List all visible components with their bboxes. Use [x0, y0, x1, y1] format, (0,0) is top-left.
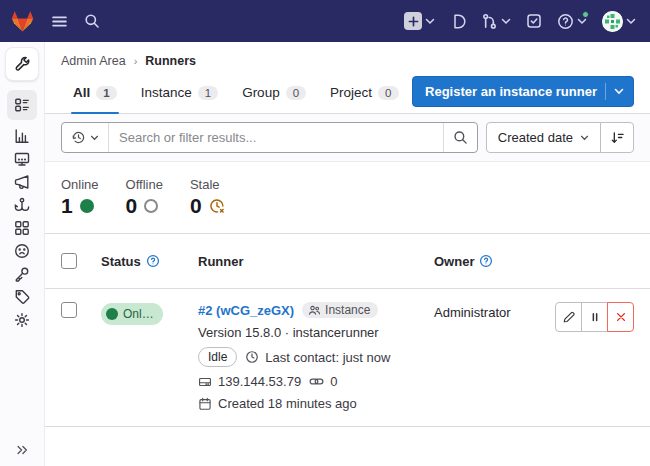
runner-ip: 139.144.53.79 [218, 374, 301, 389]
stat-online: Online 1 [61, 177, 99, 216]
megaphone-icon [14, 174, 30, 190]
hook-icon [14, 197, 30, 213]
avatar [602, 11, 623, 32]
sidebar-item-overview[interactable] [7, 90, 37, 120]
calendar-icon [198, 397, 212, 411]
chevron-down-icon [501, 18, 511, 25]
help-icon [557, 13, 574, 30]
instance-type-badge: Instance [302, 302, 378, 318]
button-divider [605, 83, 606, 100]
gitlab-logo-icon[interactable] [10, 9, 35, 33]
sidebar-item-applications[interactable] [7, 216, 37, 239]
stat-stale: Stale 0 [190, 177, 225, 216]
sidebar-item-credentials[interactable] [7, 262, 37, 285]
created-timestamp: Created 18 minutes ago [218, 396, 357, 411]
sort-by-dropdown[interactable]: Created date [486, 122, 601, 153]
sidebar-item-system-hooks[interactable] [7, 193, 37, 216]
search-filter-box[interactable] [61, 122, 478, 153]
tab-group[interactable]: Group 0 [230, 76, 318, 113]
search-history-dropdown[interactable] [62, 123, 109, 152]
gear-icon [14, 312, 30, 328]
pause-runner-button[interactable] [581, 302, 608, 332]
row-checkbox[interactable] [61, 302, 77, 318]
delete-runner-button[interactable] [607, 302, 634, 332]
online-dot-icon [80, 199, 94, 213]
help-menu-button[interactable] [557, 13, 587, 30]
tab-instance-count: 1 [198, 86, 218, 100]
hamburger-menu-icon[interactable] [51, 13, 68, 30]
runner-link[interactable]: #2 (wCG_zeGX) [198, 303, 294, 318]
stale-clock-icon [209, 198, 225, 214]
breadcrumb-separator: › [134, 55, 138, 67]
sidebar-item-monitoring[interactable] [7, 147, 37, 170]
key-icon [14, 266, 30, 282]
tab-all-count: 1 [96, 86, 116, 100]
sidebar-collapse-button[interactable] [15, 443, 29, 457]
runner-summary-cell: #2 (wCG_zeGX) Instance Version 15.8.0 · … [198, 302, 434, 411]
sidebar-item-messages[interactable] [7, 170, 37, 193]
edit-runner-button[interactable] [555, 302, 582, 332]
search-icon[interactable] [84, 13, 100, 29]
disk-icon [198, 375, 212, 389]
todos-icon[interactable] [526, 13, 542, 29]
runner-actions [546, 302, 634, 332]
sidebar-item-settings[interactable] [7, 308, 37, 331]
merge-requests-button[interactable] [481, 13, 511, 30]
main-content: Admin Area › Runners All 1 Instance 1 Gr… [45, 42, 650, 466]
filter-bar: Created date [45, 114, 650, 162]
top-navbar [0, 0, 650, 42]
sidebar-item-analytics[interactable] [7, 124, 37, 147]
chevron-down-icon [425, 18, 435, 25]
sidebar-item-abuse-reports[interactable] [7, 239, 37, 262]
select-all-checkbox[interactable] [61, 253, 77, 269]
stat-offline: Offline 0 [126, 177, 163, 216]
wrench-icon [14, 56, 31, 73]
last-contact: Last contact: just now [265, 350, 390, 365]
runners-table-header: Status Runner Owner [45, 234, 650, 289]
abuse-face-icon [14, 243, 30, 259]
question-circle-icon[interactable] [479, 254, 493, 268]
link-icon [309, 374, 324, 389]
pause-icon [589, 311, 601, 323]
status-badge: Online [101, 303, 163, 325]
tab-instance[interactable]: Instance 1 [129, 76, 230, 113]
sort-descending-icon [610, 130, 625, 145]
register-instance-runner-button[interactable]: Register an instance runner [412, 76, 634, 107]
owner-cell: Administrator [434, 302, 546, 320]
analytics-icon [14, 128, 30, 144]
monitor-icon [14, 151, 30, 167]
breadcrumb-runners: Runners [145, 54, 196, 68]
breadcrumb-admin-area[interactable]: Admin Area [61, 54, 126, 68]
tab-project[interactable]: Project 0 [318, 76, 410, 113]
user-menu-button[interactable] [602, 11, 636, 32]
notification-dot [582, 11, 589, 18]
plus-icon [404, 12, 422, 30]
chevron-down-icon [577, 18, 587, 25]
offline-count: 0 [126, 195, 138, 216]
sidebar-item-admin-area[interactable] [5, 47, 39, 81]
breadcrumb: Admin Area › Runners [45, 42, 650, 72]
labels-icon [14, 289, 30, 305]
online-dot-icon [106, 308, 118, 320]
offline-dot-icon [144, 199, 158, 213]
admin-sidebar [0, 42, 45, 466]
delete-x-icon [615, 311, 627, 323]
overview-icon [14, 97, 30, 113]
chevron-down-icon [90, 135, 99, 141]
runner-table-row: Online #2 (wCG_zeGX) Instance Version 15… [45, 289, 650, 427]
tab-all[interactable]: All 1 [61, 76, 129, 113]
issues-icon[interactable] [450, 13, 466, 30]
owner-header: Owner [434, 254, 474, 269]
sort-direction-button[interactable] [600, 122, 634, 153]
sidebar-item-labels[interactable] [7, 285, 37, 308]
new-menu-button[interactable] [404, 12, 435, 30]
search-input[interactable] [109, 130, 443, 145]
search-submit-button[interactable] [443, 123, 477, 152]
merge-request-icon [481, 13, 498, 30]
people-icon [308, 304, 321, 317]
question-circle-icon[interactable] [146, 254, 160, 268]
runner-version: Version 15.8.0 · instancerunner [198, 325, 424, 340]
search-icon [453, 130, 468, 145]
runner-stats: Online 1 Offline 0 Stale 0 [45, 162, 650, 234]
history-icon [71, 130, 86, 145]
